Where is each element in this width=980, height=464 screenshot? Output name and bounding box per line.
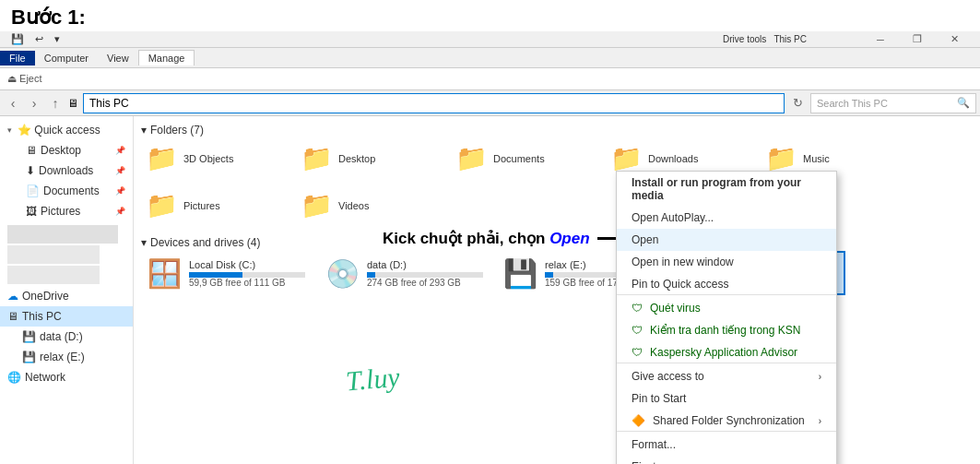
drive-d-icon: 💾	[22, 330, 36, 343]
drive-c-info: Local Disk (C:) 59,9 GB free of 111 GB	[189, 259, 305, 288]
folder-icon: 📁	[455, 143, 488, 173]
folder-icon: 📁	[146, 190, 178, 220]
sidebar-item-relax-e[interactable]: 💾 relax (E:)	[0, 347, 133, 367]
sidebar-item-this-pc[interactable]: 🖥 This PC	[0, 306, 133, 327]
sidebar-item-downloads[interactable]: ⬇ Downloads 📌	[0, 161, 133, 181]
desktop-icon: 🖥	[26, 144, 37, 157]
folder-icon: 📁	[301, 190, 333, 220]
search-icon[interactable]: 🔍	[957, 97, 970, 109]
watermark: T.luy	[345, 362, 401, 398]
shared-folder-icon: 🔶	[632, 414, 645, 427]
drive-item-d[interactable]: 💿 data (D:) 274 GB free of 293 GB	[319, 251, 490, 295]
back-btn[interactable]: ‹	[4, 94, 22, 113]
up-btn[interactable]: ↑	[46, 94, 65, 113]
folder-item-documents[interactable]: 📁 Documents	[451, 138, 598, 178]
quick-save-btn[interactable]: 💾	[7, 32, 28, 46]
quick-undo-btn[interactable]: ↩	[31, 32, 47, 46]
sidebar-label: relax (E:)	[40, 351, 85, 363]
onedrive-icon: ☁	[7, 290, 18, 303]
collapse-arrow[interactable]: ▾	[141, 124, 147, 137]
ctx-item-open[interactable]: Open	[617, 229, 836, 251]
ctx-format-label: Format...	[632, 438, 676, 451]
tab-view[interactable]: View	[98, 51, 138, 65]
pin-icon: 📌	[115, 166, 125, 175]
this-pc-icon: 🖥	[7, 310, 18, 323]
sidebar-label: Network	[25, 371, 65, 384]
forward-btn[interactable]: ›	[25, 94, 43, 113]
drives-title: Devices and drives (4)	[150, 236, 260, 249]
address-bar: ‹ › ↑ 🖥 This PC ↻ Search This PC 🔍	[0, 90, 980, 116]
quick-more-btn[interactable]: ▾	[51, 32, 64, 46]
folder-item-3dobjects[interactable]: 📁 3D Objects	[141, 138, 289, 178]
folders-grid-2: 📁 Pictures 📁 Videos	[141, 185, 973, 225]
sidebar-item-network[interactable]: 🌐 Network	[0, 367, 133, 387]
ctx-item-ksn[interactable]: 🛡 Kiểm tra danh tiếng trong KSN	[617, 319, 836, 341]
drive-e-icon: 💾	[22, 351, 36, 363]
address-path-input[interactable]: This PC	[83, 93, 785, 113]
ctx-item-pin-start[interactable]: Pin to Start	[617, 387, 836, 410]
collapse-arrow-drives[interactable]: ▾	[141, 236, 147, 249]
ctx-install-label: Install or run program from your media	[632, 176, 821, 202]
ribbon-eject-btn[interactable]: ⏏ Eject	[7, 73, 42, 85]
search-box[interactable]: Search This PC 🔍	[810, 93, 976, 113]
tab-manage[interactable]: Manage	[138, 50, 195, 65]
drive-item-c[interactable]: 🪟 Local Disk (C:) 59,9 GB free of 111 GB	[141, 251, 312, 295]
search-placeholder: Search This PC	[817, 98, 888, 109]
ctx-autoplay-label: Open AutoPlay...	[632, 211, 714, 224]
drive-d-name: data (D:)	[367, 259, 483, 270]
folder-item-pictures[interactable]: 📁 Pictures	[141, 185, 289, 225]
documents-icon: 📄	[26, 184, 40, 197]
ctx-give-access-label: Give access to	[632, 370, 704, 383]
close-btn[interactable]: ✕	[936, 30, 973, 49]
ctx-item-open-new-window[interactable]: Open in new window	[617, 251, 836, 273]
tab-file[interactable]: File	[0, 51, 35, 65]
folder-item-videos[interactable]: 📁 Videos	[296, 185, 443, 225]
ctx-item-format[interactable]: Format...	[617, 434, 836, 456]
quick-access-toolbar: 💾 ↩ ▾	[7, 32, 64, 46]
pin-icon: 📌	[115, 146, 125, 155]
ctx-item-scan[interactable]: 🛡 Quét virus	[617, 297, 836, 319]
submenu-arrow-2: ›	[819, 416, 821, 426]
sidebar-item-pictures[interactable]: 🖼 Pictures 📌	[0, 201, 133, 221]
restore-btn[interactable]: ❐	[899, 30, 936, 49]
folders-title: Folders (7)	[150, 124, 204, 137]
sidebar-section-quick-access: ▾ ⭐ Quick access 🖥 Desktop 📌 ⬇ Downloads…	[0, 120, 133, 221]
windows-logo-icon: 🪟	[148, 257, 182, 290]
folder-label: Desktop	[338, 153, 375, 164]
sidebar-label: This PC	[22, 310, 62, 323]
context-menu: Install or run program from your media O…	[616, 171, 837, 464]
network-icon: 🌐	[7, 371, 21, 384]
pictures-icon: 🖼	[26, 205, 37, 218]
folder-label: Videos	[338, 200, 369, 211]
ctx-item-pin-quick[interactable]: Pin to Quick access	[617, 273, 836, 295]
ctx-kaspersky-label: Kaspersky Application Advisor	[650, 346, 797, 359]
ctx-item-eject[interactable]: Eject	[617, 456, 836, 464]
tab-computer[interactable]: Computer	[35, 51, 98, 65]
ctx-item-shared-folder[interactable]: 🔶 Shared Folder Synchronization ›	[617, 410, 836, 432]
folder-label: Music	[803, 153, 830, 164]
folder-label: Downloads	[648, 153, 698, 164]
sidebar: ▾ ⭐ Quick access 🖥 Desktop 📌 ⬇ Downloads…	[0, 116, 134, 464]
ctx-item-install[interactable]: Install or run program from your media	[617, 172, 836, 207]
sidebar-item-desktop[interactable]: 🖥 Desktop 📌	[0, 140, 133, 161]
folder-icon: 📁	[301, 143, 333, 173]
minimize-btn[interactable]: ─	[862, 30, 899, 49]
ctx-shared-folder-label: Shared Folder Synchronization	[653, 414, 805, 427]
sidebar-label: Desktop	[41, 144, 81, 157]
sidebar-item-data-d[interactable]: 💾 data (D:)	[0, 327, 133, 347]
sidebar-label: Documents	[43, 184, 100, 197]
ctx-pin-quick-label: Pin to Quick access	[632, 278, 728, 291]
ctx-item-autoplay[interactable]: Open AutoPlay...	[617, 207, 836, 229]
sidebar-item-documents[interactable]: 📄 Documents 📌	[0, 181, 133, 201]
downloads-icon: ⬇	[26, 164, 35, 177]
ctx-item-give-access[interactable]: Give access to ›	[617, 365, 836, 387]
sidebar-item-quick-access[interactable]: ▾ ⭐ Quick access	[0, 120, 133, 140]
drive-c-size: 59,9 GB free of 111 GB	[189, 278, 305, 288]
folder-label: 3D Objects	[183, 153, 233, 164]
sidebar-item-onedrive[interactable]: ☁ OneDrive	[0, 286, 133, 306]
kaspersky-icon-1: 🛡	[632, 302, 643, 315]
ctx-item-kaspersky-advisor[interactable]: 🛡 Kaspersky Application Advisor	[617, 341, 836, 363]
refresh-btn[interactable]: ↻	[787, 93, 808, 113]
ctx-open-label: Open	[632, 233, 658, 246]
folder-item-desktop[interactable]: 📁 Desktop	[296, 138, 443, 178]
